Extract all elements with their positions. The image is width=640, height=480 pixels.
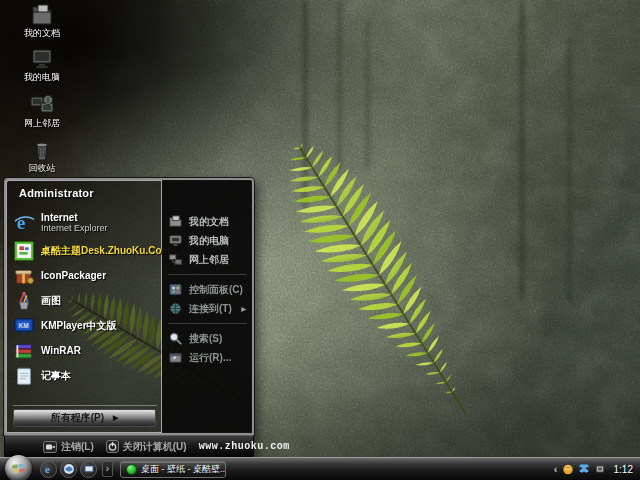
connect-to-icon [168,301,183,316]
start-menu-item-network-places[interactable]: 网上邻居 [168,250,249,269]
desktop-icon-label: 网上邻居 [12,118,72,128]
start-menu-item-iconpackager[interactable]: IconPackager [11,263,159,288]
my-documents-small-icon [168,214,183,229]
start-menu-item-run[interactable]: 运行(R)... [168,348,249,367]
start-menu: Administrator e InternetInternet Explore… [4,178,254,458]
menu-item-label: 网上邻居 [189,253,229,267]
menu-item-label: 记事本 [41,369,71,383]
menu-right-separator [168,274,247,275]
start-menu-item-my-computer[interactable]: 我的电脑 [168,231,249,250]
menu-item-label: 我的电脑 [189,234,229,248]
start-menu-item-winrar[interactable]: WinRAR [11,338,159,363]
quicklaunch-media-button[interactable] [60,461,77,478]
submenu-arrow-icon: ▶ [241,305,249,312]
menu-item-label: 运行(R)... [189,351,231,365]
svg-text:e: e [17,212,26,233]
start-menu-item-search[interactable]: 搜索(S) [168,329,249,348]
svg-text:KM: KM [19,321,29,328]
kmplayer-icon: KM [13,315,35,337]
desktop-icon-my-computer[interactable]: 我的电脑 [12,47,72,82]
tray-chevron-icon[interactable]: ‹ [554,464,558,474]
desktop-icon-recycle-bin[interactable]: 回收站 [12,140,72,173]
desktop-icon-label: 回收站 [12,163,72,173]
tray-blue-app-icon[interactable] [578,463,590,475]
search-icon [168,331,183,346]
desktop-icon-network-places[interactable]: 网上邻居 [12,93,72,128]
start-menu-item-paint[interactable]: 画图 [11,288,159,313]
menu-item-label: 搜索(S) [189,332,222,346]
my-documents-icon [27,3,57,27]
quick-launch-bar: e [40,461,97,478]
start-menu-item-my-documents[interactable]: 我的文档 [168,212,249,231]
notepad-icon [13,365,35,387]
menu-item-label: 我的文档 [189,215,229,229]
task-button-label: 桌面 - 壁纸 - 桌酷壁... [141,463,226,476]
start-menu-item-connect-to[interactable]: 连接到(T) ▶ [168,299,249,318]
start-menu-bottom-bar: 注销(L) 关闭计算机(U) www.zhuoku.com [4,435,254,458]
log-off-icon [43,441,57,453]
quicklaunch-media-icon [63,463,75,475]
menu-right-separator [168,323,247,324]
menu-item-label: IconPackager [41,270,106,281]
control-panel-icon [168,282,183,297]
internet-explorer-icon: e [13,212,35,234]
menu-item-sublabel: Internet Explorer [41,223,108,234]
paint-icon [13,290,35,312]
zhuoku-theme-icon [13,240,35,262]
start-menu-item-zhuoku-theme[interactable]: 桌酷主题Desk.ZhuoKu.Com [11,238,159,263]
taskbar-clock[interactable]: 1:12 [614,464,633,475]
svg-text:e: e [45,463,50,475]
task-window-icon [126,464,137,475]
start-menu-item-notepad[interactable]: 记事本 [11,363,159,388]
windows-orb-icon [11,461,26,476]
desktop: 我的文档 我的电脑 网上邻居 回收站 Administrator e Inter… [0,0,640,480]
start-menu-left-panel: Administrator e InternetInternet Explore… [6,180,162,433]
taskbar: e › 桌面 - 壁纸 - 桌酷壁... ‹ 1:12 [0,457,640,480]
quicklaunch-show-desktop-icon [83,463,95,475]
network-places-icon [27,93,57,117]
menu-item-label: WinRAR [41,345,81,356]
start-menu-item-control-panel[interactable]: 控制面板(C) [168,280,249,299]
menu-item-label: 连接到(T) [189,302,232,316]
menu-item-label: 画图 [41,294,61,308]
menu-item-label: 控制面板(C) [189,283,243,297]
start-menu-right-panel: 我的文档 我的电脑 网上邻居 控制面板(C) 连接到(T) [162,180,252,433]
start-menu-item-internet-explorer[interactable]: e InternetInternet Explorer [11,207,159,238]
all-programs-label: 所有程序(P) [51,411,104,425]
shut-down-icon [106,440,119,453]
desktop-icon-label: 我的电脑 [12,72,72,82]
start-menu-user-name: Administrator [11,183,159,207]
log-off-button[interactable]: 注销(L) [43,440,94,454]
shut-down-button[interactable]: 关闭计算机(U) [106,440,187,454]
my-computer-icon [27,47,57,71]
menu-left-separator [13,405,157,406]
network-places-small-icon [168,252,183,267]
start-button[interactable] [5,455,32,480]
menu-item-label: Internet [41,212,108,223]
start-menu-item-kmplayer[interactable]: KM KMPlayer中文版 [11,313,159,338]
tray-gray-app-icon[interactable] [594,463,606,475]
quicklaunch-ie-button[interactable]: e [40,461,57,478]
recycle-bin-icon [27,140,57,162]
log-off-label: 注销(L) [61,440,94,454]
taskbar-task-button[interactable]: 桌面 - 壁纸 - 桌酷壁... [120,461,226,478]
shut-down-label: 关闭计算机(U) [123,440,187,454]
desktop-icon-label: 我的文档 [12,28,72,38]
quicklaunch-ie-icon: e [43,463,55,475]
my-computer-small-icon [168,233,183,248]
start-menu-frame: Administrator e InternetInternet Explore… [4,178,254,435]
menu-item-label: KMPlayer中文版 [41,319,117,333]
winrar-icon [13,340,35,362]
quicklaunch-expand-button[interactable]: › [102,461,113,477]
quicklaunch-show-desktop-button[interactable] [80,461,97,478]
all-programs-button[interactable]: 所有程序(P) ▶ [13,409,156,427]
desktop-icon-my-documents[interactable]: 我的文档 [12,3,72,38]
menu-left-spacer [11,388,159,403]
iconpackager-icon [13,265,35,287]
run-icon [168,350,183,365]
system-tray: ‹ 1:12 [554,463,640,475]
menu-item-label: 桌酷主题Desk.ZhuoKu.Com [41,244,170,258]
zhuoku-website-text: www.zhuoku.com [199,441,290,452]
all-programs-arrow-icon: ▶ [113,414,118,422]
tray-orange-app-icon[interactable] [562,463,574,475]
